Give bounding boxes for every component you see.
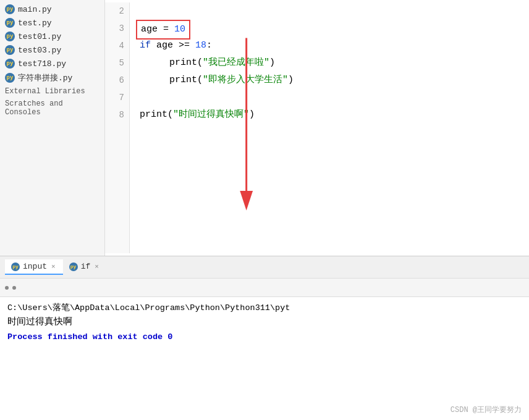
print-fn-2: print xyxy=(169,75,197,85)
code-line-7 xyxy=(140,89,529,106)
python-icon: py xyxy=(5,4,15,14)
main-area: py main.py py test.py py test01.py py te… xyxy=(0,0,529,256)
tab-input-label: input xyxy=(23,262,47,271)
paren-r: ) xyxy=(269,57,275,68)
line-numbers: 2 3 4 5 6 7 8 xyxy=(105,2,130,253)
toolbar-dot-1 xyxy=(5,286,9,290)
sidebar-item-label: test718.py xyxy=(18,59,66,69)
num-18: 18 xyxy=(195,40,206,51)
tab-if-icon: py xyxy=(69,262,78,271)
str-1: "我已经成年啦" xyxy=(203,57,269,68)
sidebar-item-label: Scratches and Consoles xyxy=(5,99,63,117)
sidebar-item-test718[interactable]: py test718.py xyxy=(0,57,104,70)
python-icon: py xyxy=(5,73,15,83)
tab-if-close[interactable]: × xyxy=(93,263,100,271)
space xyxy=(151,40,156,51)
sidebar: py main.py py test.py py test01.py py te… xyxy=(0,0,105,256)
editor-wrapper: 2 3 4 5 6 7 8 xyxy=(105,0,529,256)
terminal-process: Process finished with exit code 0 xyxy=(7,332,522,342)
line-num-6: 6 xyxy=(105,72,124,89)
code-line-6: print("即将步入大学生活") xyxy=(140,72,529,89)
tab-if[interactable]: py if × xyxy=(63,259,106,275)
code-line-8: print("时间过得真快啊") xyxy=(140,106,529,124)
editor-area: 2 3 4 5 6 7 8 xyxy=(105,0,529,256)
line-num-7: 7 xyxy=(105,89,124,106)
sidebar-item-label: test.py xyxy=(18,19,52,28)
tab-input[interactable]: py input × xyxy=(5,259,63,275)
code-line-4: if age >= 18: xyxy=(140,37,529,54)
code-line-5: print("我已经成年啦") xyxy=(140,54,529,72)
terminal-content: C:\Users\落笔\AppData\Local\Programs\Pytho… xyxy=(0,297,529,420)
terminal-toolbar xyxy=(0,279,529,297)
eq-op: = xyxy=(158,24,174,35)
sidebar-item-test01[interactable]: py test01.py xyxy=(0,30,104,43)
line-num-5: 5 xyxy=(105,54,124,72)
terminal-output: 时间过得真快啊 xyxy=(7,316,522,327)
paren-r3: ) xyxy=(249,109,255,120)
paren-l2: ( xyxy=(197,75,203,85)
code-line-3[interactable]: age = 10 xyxy=(140,20,529,37)
str-2: "即将步入大学生活" xyxy=(203,75,288,85)
if-keyword: if xyxy=(140,40,151,51)
age-var: age xyxy=(141,24,158,35)
sidebar-item-external[interactable]: External Libraries xyxy=(0,85,104,98)
sidebar-item-label: External Libraries xyxy=(5,87,85,96)
sidebar-item-test03[interactable]: py test03.py xyxy=(0,43,104,57)
code-content: 2 3 4 5 6 7 8 xyxy=(105,0,529,256)
python-icon: py xyxy=(5,59,15,69)
sidebar-item-label: test03.py xyxy=(18,46,61,55)
age-value: 10 xyxy=(174,24,185,35)
sidebar-item-label: 字符串拼接.py xyxy=(18,72,72,83)
tab-input-icon: py xyxy=(11,262,20,271)
sidebar-item-string[interactable]: py 字符串拼接.py xyxy=(0,70,104,85)
python-icon: py xyxy=(5,32,15,41)
python-icon: py xyxy=(5,45,15,55)
code-line-2 xyxy=(140,2,529,20)
str-3: "时间过得真快啊" xyxy=(173,109,249,120)
sidebar-item-label: test01.py xyxy=(18,32,61,41)
age-var-2: age xyxy=(156,40,173,51)
print-fn-1: print xyxy=(169,57,197,68)
code-lines: age = 10 if age >= 18: print("我已经成年啦") xyxy=(130,2,529,253)
watermark: CSDN @王同学要努力 xyxy=(451,405,522,415)
sidebar-item-scratches[interactable]: Scratches and Consoles xyxy=(0,98,104,119)
print-fn-3: print xyxy=(140,109,167,120)
app-container: py main.py py test.py py test01.py py te… xyxy=(0,0,529,420)
paren-l: ( xyxy=(197,57,203,68)
tab-if-label: if xyxy=(81,262,91,271)
line-num-8: 8 xyxy=(105,106,124,124)
line-num-3: 3 xyxy=(105,20,124,37)
paren-l3: ( xyxy=(167,109,173,120)
gte-op: >= xyxy=(173,40,195,51)
sidebar-item-label: main.py xyxy=(18,5,52,14)
terminal-area: C:\Users\落笔\AppData\Local\Programs\Pytho… xyxy=(0,278,529,420)
line-num-4: 4 xyxy=(105,37,124,54)
python-icon: py xyxy=(5,18,15,28)
colon: : xyxy=(206,40,212,51)
toolbar-dot-2 xyxy=(12,286,16,290)
tab-input-close[interactable]: × xyxy=(50,263,57,271)
line-num-2: 2 xyxy=(105,2,124,20)
bottom-tabs: py input × py if × xyxy=(0,256,529,278)
terminal-path: C:\Users\落笔\AppData\Local\Programs\Pytho… xyxy=(7,302,522,313)
sidebar-item-main[interactable]: py main.py xyxy=(0,2,104,16)
paren-r2: ) xyxy=(288,75,294,85)
sidebar-item-test[interactable]: py test.py xyxy=(0,16,104,30)
